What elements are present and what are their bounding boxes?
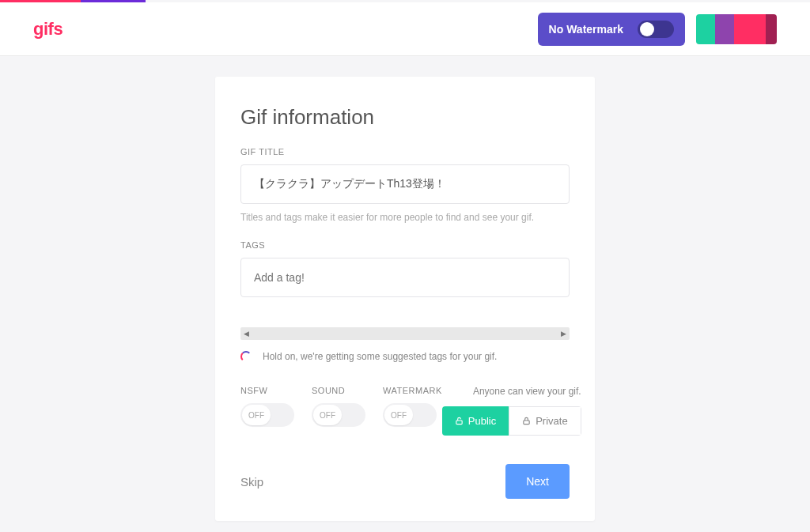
color-swatch-purple: [715, 14, 734, 44]
color-swatch-darkpink: [766, 14, 777, 44]
lock-icon: [522, 417, 531, 425]
toggles-row: NSFW OFF SOUND OFF WATERMARK OFF: [240, 386, 570, 436]
scroll-left-icon[interactable]: ◀: [244, 330, 249, 338]
gif-title-input[interactable]: [240, 164, 570, 204]
main-content: Gif information GIF TITLE Titles and tag…: [0, 56, 810, 532]
skip-button[interactable]: Skip: [240, 475, 263, 489]
watermark-header-switch[interactable]: [638, 21, 674, 38]
nsfw-toggle[interactable]: OFF: [240, 403, 294, 427]
gif-info-card: Gif information GIF TITLE Titles and tag…: [215, 77, 595, 521]
color-swatch-pink: [734, 14, 766, 44]
header-right: No Watermark: [538, 13, 777, 46]
suggested-tags-scrollbar[interactable]: ◀ ▶: [240, 327, 570, 340]
svg-rect-1: [524, 421, 529, 424]
card-title: Gif information: [240, 105, 570, 130]
watermark-header-label: No Watermark: [549, 23, 623, 36]
visibility-text: Anyone can view your gif.: [442, 386, 581, 397]
nsfw-label: NSFW: [240, 386, 294, 395]
public-button[interactable]: Public: [442, 406, 509, 436]
nsfw-toggle-group: NSFW OFF: [240, 386, 294, 427]
logo[interactable]: gifs: [33, 19, 62, 40]
loading-text: Hold on, we're getting some suggested ta…: [263, 351, 497, 362]
scroll-right-icon[interactable]: ▶: [561, 330, 566, 338]
color-palette[interactable]: [696, 14, 777, 44]
spinner-icon: [240, 351, 252, 362]
watermark-toggle-group: WATERMARK OFF: [383, 386, 442, 427]
svg-rect-0: [456, 421, 462, 424]
watermark-header-toggle[interactable]: No Watermark: [538, 13, 685, 46]
watermark-header-knob: [640, 22, 654, 36]
watermark-label: WATERMARK: [383, 386, 442, 395]
next-button[interactable]: Next: [505, 464, 570, 499]
private-button[interactable]: Private: [509, 406, 581, 436]
public-label: Public: [468, 415, 496, 427]
loading-row: Hold on, we're getting some suggested ta…: [240, 351, 570, 362]
toggles-left: NSFW OFF SOUND OFF WATERMARK OFF: [240, 386, 442, 427]
tags-input[interactable]: [240, 258, 570, 297]
nsfw-toggle-knob: OFF: [242, 405, 271, 425]
private-label: Private: [536, 415, 567, 427]
header: gifs No Watermark: [0, 2, 810, 56]
helper-text: Titles and tags make it easier for more …: [240, 212, 570, 223]
visibility-section: Anyone can view your gif. Public: [442, 386, 581, 436]
color-swatch-green: [696, 14, 715, 44]
watermark-toggle-knob: OFF: [384, 405, 413, 425]
sound-toggle-group: SOUND OFF: [312, 386, 365, 427]
sound-label: SOUND: [312, 386, 365, 395]
tags-label: TAGS: [240, 240, 570, 250]
footer-row: Skip Next: [240, 464, 570, 499]
unlock-icon: [455, 417, 464, 425]
visibility-buttons: Public Private: [442, 406, 581, 436]
sound-toggle[interactable]: OFF: [312, 403, 365, 427]
gif-title-label: GIF TITLE: [240, 147, 570, 157]
sound-toggle-knob: OFF: [313, 405, 342, 425]
watermark-toggle[interactable]: OFF: [383, 403, 437, 427]
